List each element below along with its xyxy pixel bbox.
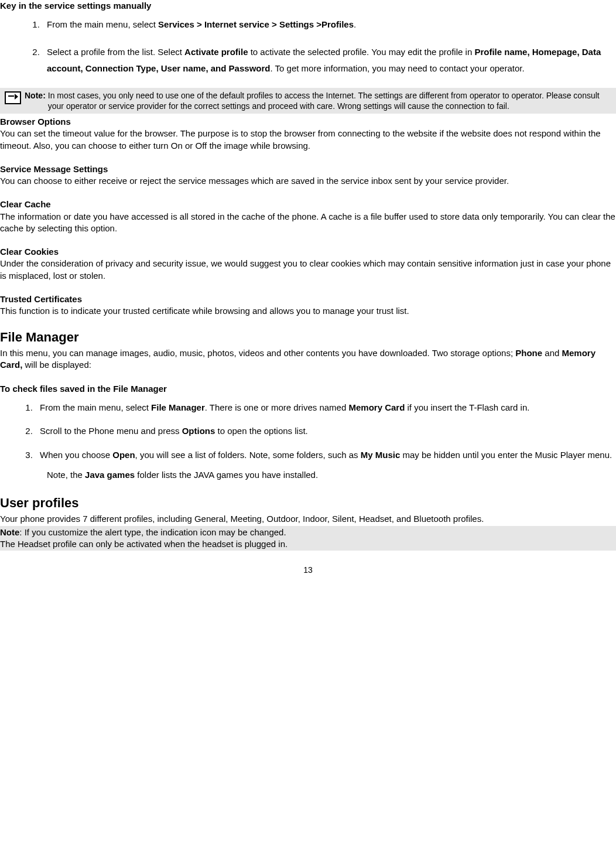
heading-clear-cache: Clear Cache (0, 199, 616, 210)
text-java-note: Note, the Java games folder lists the JA… (0, 467, 616, 484)
text-trusted-certs: This function is to indicate your truste… (0, 305, 616, 317)
list-item: When you choose Open, you will see a lis… (35, 447, 616, 464)
text-clear-cookies: Under the consideration of privacy and s… (0, 258, 616, 282)
list-item: Scroll to the Phone menu and press Optio… (35, 423, 616, 440)
list-check-files: From the main menu, select File Manager.… (0, 399, 616, 464)
arrow-note-icon (5, 91, 21, 104)
note-label: Note: (25, 90, 46, 101)
list-item: From the main menu, select File Manager.… (35, 399, 616, 416)
heading-service-message: Service Message Settings (0, 163, 616, 175)
text-browser-options: You can set the timeout value for the br… (0, 128, 616, 152)
heading-browser-options: Browser Options (0, 116, 616, 128)
page-number: 13 (0, 565, 616, 580)
heading-key-settings: Key in the service settings manually (0, 0, 616, 12)
note-text: In most cases, you only need to use one … (48, 90, 615, 111)
heading-clear-cookies: Clear Cookies (0, 246, 616, 258)
note-headset: The Headset profile can only be activate… (0, 538, 616, 550)
heading-trusted-certs: Trusted Certificates (0, 293, 616, 305)
note-box: Note: In most cases, you only need to us… (0, 88, 616, 114)
list-key-settings: From the main menu, select Services > In… (0, 16, 616, 77)
text-service-message: You can choose to either receive or reje… (0, 175, 616, 187)
note-alert-type: Note: If you customize the alert type, t… (0, 527, 616, 538)
list-item: From the main menu, select Services > In… (42, 16, 616, 33)
text-user-profiles: Your phone provides 7 different profiles… (0, 513, 616, 525)
heading-user-profiles: User profiles (0, 494, 616, 512)
note-gray-block: Note: If you customize the alert type, t… (0, 526, 616, 551)
text-file-manager-intro: In this menu, you can manage images, aud… (0, 347, 616, 371)
list-item: Select a profile from the list. Select A… (42, 44, 616, 77)
heading-check-files: To check files saved in the File Manager (0, 383, 616, 395)
text-clear-cache: The information or date you have accesse… (0, 211, 616, 235)
heading-file-manager: File Manager (0, 329, 616, 346)
